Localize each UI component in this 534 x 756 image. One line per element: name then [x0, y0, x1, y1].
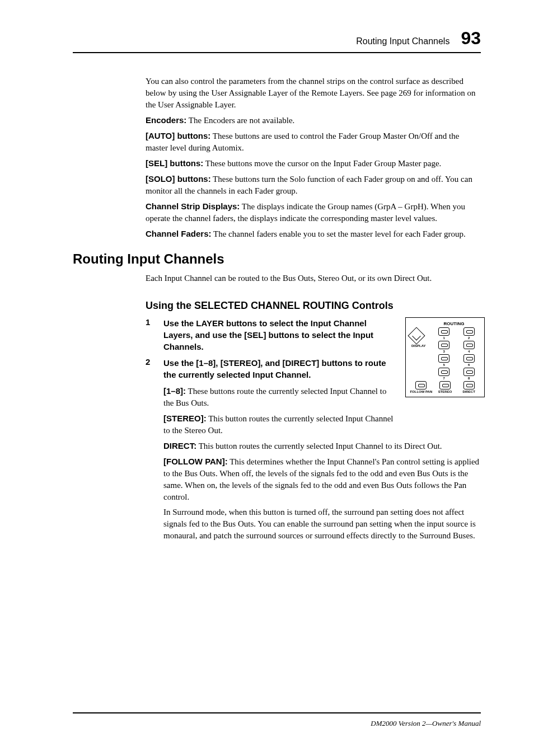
routing-btn-8 — [463, 368, 475, 376]
routing-btn-1 — [438, 327, 449, 336]
term-solo: [SOLO] buttons: — [146, 174, 211, 184]
routing-panel-diagram: ROUTING DISPLAY 1 2 3 4 5 6 7 8 — [405, 317, 486, 397]
term-stereo: [STEREO]: — [163, 414, 207, 423]
page-footer: DM2000 Version 2—Owner's Manual — [73, 712, 481, 728]
step-1: 1 Use the LAYER buttons to select the In… — [146, 317, 395, 353]
stereo-btn — [439, 381, 451, 389]
follow-pan-btn — [415, 381, 427, 389]
desc-direct: This button routes the currently selecte… — [196, 442, 442, 450]
page-header: Routing Input Channels 93 — [73, 28, 481, 53]
display-label: DISPLAY — [411, 344, 425, 348]
routing-btn-2 — [463, 327, 475, 336]
step-text-2: Use the [1–8], [STEREO], and [DIRECT] bu… — [163, 357, 395, 381]
desc-faders: The channel faders enable you to set the… — [212, 229, 466, 238]
term-encoders: Encoders: — [146, 115, 186, 125]
surround-para: In Surround mode, when this button is tu… — [163, 506, 481, 542]
term-1-8: [1–8]: — [163, 386, 186, 396]
body-content: You can also control the parameters from… — [146, 76, 481, 240]
routing-btn-5 — [438, 354, 449, 363]
steps-and-diagram: ROUTING DISPLAY 1 2 3 4 5 6 7 8 — [146, 317, 481, 436]
term-auto: [AUTO] buttons: — [146, 131, 210, 140]
display-knob-icon — [407, 327, 425, 344]
term-strip: Channel Strip Displays: — [146, 201, 240, 211]
routing-btn-6 — [463, 354, 475, 363]
h1-desc: Each Input Channel can be routed to the … — [146, 273, 481, 284]
desc-sel: These buttons move the cursor on the Inp… — [203, 159, 441, 168]
step-text-1: Use the LAYER buttons to select the Inpu… — [163, 317, 395, 353]
direct-btn — [463, 381, 475, 389]
step-num-2: 2 — [146, 357, 153, 367]
routing-btn-4 — [463, 341, 475, 349]
routing-title: ROUTING — [427, 321, 481, 326]
page-number: 93 — [461, 28, 481, 49]
header-title: Routing Input Channels — [356, 36, 449, 46]
desc-1-8: These buttons route the currently select… — [163, 387, 386, 407]
step-num-1: 1 — [146, 317, 153, 327]
term-follow-pan: [FOLLOW PAN]: — [163, 457, 228, 466]
term-faders: Channel Faders: — [146, 229, 212, 238]
heading-selected-channel: Using the SELECTED CHANNEL ROUTING Contr… — [146, 300, 481, 312]
desc-encoders: The Encoders are not available. — [186, 116, 294, 125]
term-sel: [SEL] buttons: — [146, 158, 203, 168]
step-2: 2 Use the [1–8], [STEREO], and [DIRECT] … — [146, 357, 395, 381]
routing-btn-3 — [438, 341, 449, 349]
intro-para: You can also control the parameters from… — [146, 76, 481, 111]
heading-routing: Routing Input Channels — [73, 251, 481, 267]
term-direct: DIRECT: — [163, 441, 196, 450]
routing-btn-7 — [438, 368, 449, 376]
